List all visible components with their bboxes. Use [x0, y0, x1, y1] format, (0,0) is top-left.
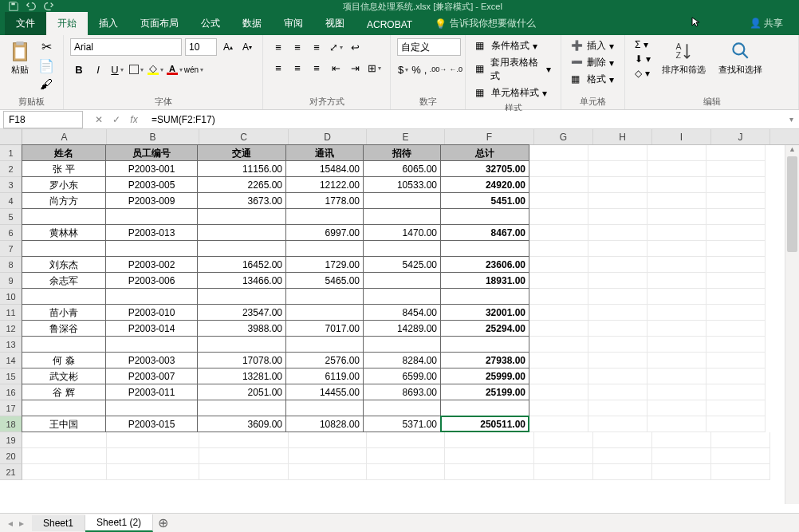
cell[interactable]	[285, 208, 364, 225]
cell[interactable]	[22, 288, 106, 305]
cell[interactable]	[588, 384, 647, 400]
font-name-input[interactable]	[70, 38, 182, 56]
cell[interactable]: P2003-011	[105, 384, 198, 400]
cell[interactable]: 16452.00	[197, 256, 286, 273]
cell[interactable]: 交通	[197, 144, 286, 161]
cell[interactable]: 3609.00	[197, 416, 286, 432]
cell[interactable]: 25999.00	[440, 368, 529, 384]
cell[interactable]	[588, 416, 647, 432]
cell[interactable]	[652, 464, 711, 480]
cell[interactable]	[105, 288, 198, 305]
tab-data[interactable]: 数据	[231, 12, 273, 35]
cell[interactable]: 18931.00	[440, 272, 529, 289]
increase-decimal-button[interactable]: .00→	[429, 61, 447, 78]
cell[interactable]: 鲁深谷	[22, 320, 106, 337]
vertical-scrollbar[interactable]: ▲	[785, 145, 799, 504]
format-table-button[interactable]: ▦套用表格格式 ▾	[472, 55, 554, 84]
cell[interactable]	[711, 448, 770, 464]
orientation-button[interactable]: ⤢	[327, 38, 344, 56]
tab-layout[interactable]: 页面布局	[129, 12, 190, 35]
cell[interactable]: 8693.00	[363, 384, 441, 400]
indent-increase-button[interactable]: ⇥	[346, 59, 364, 77]
cell[interactable]	[588, 353, 647, 368]
fbar-fx-button[interactable]: fx	[126, 112, 142, 128]
cell[interactable]	[707, 225, 766, 241]
cell[interactable]: 1778.00	[285, 192, 364, 209]
cell[interactable]	[647, 145, 707, 161]
cell[interactable]	[647, 273, 707, 289]
cell[interactable]	[588, 289, 647, 305]
cell[interactable]: 1470.00	[363, 224, 441, 241]
indent-decrease-button[interactable]: ⇤	[327, 59, 344, 77]
cell[interactable]	[534, 464, 593, 480]
cell[interactable]	[707, 177, 766, 193]
col-header-D[interactable]: D	[289, 129, 367, 144]
increase-font-button[interactable]: A▴	[220, 39, 236, 55]
decrease-font-button[interactable]: A▾	[239, 39, 255, 55]
cell[interactable]	[529, 416, 588, 432]
cell[interactable]: 员工编号	[105, 144, 198, 161]
insert-cells-button[interactable]: ➕插入 ▾	[568, 38, 618, 53]
cell[interactable]: 3673.00	[197, 192, 286, 209]
cell[interactable]	[593, 448, 652, 464]
number-format-select[interactable]	[397, 38, 461, 56]
sheet-tab-1[interactable]: Sheet1	[32, 515, 85, 531]
cell[interactable]	[285, 336, 364, 353]
cell[interactable]	[105, 400, 198, 416]
sheet-nav-first[interactable]: ◂	[8, 518, 13, 529]
cell[interactable]: 2576.00	[285, 352, 364, 368]
cell[interactable]	[652, 432, 711, 448]
cell[interactable]	[529, 145, 588, 161]
cell[interactable]	[529, 368, 588, 384]
cell[interactable]	[647, 193, 707, 209]
border-button[interactable]	[128, 61, 145, 78]
cell[interactable]	[197, 336, 286, 353]
cell[interactable]: 张 平	[22, 160, 106, 177]
cell[interactable]	[707, 145, 766, 161]
cell[interactable]: 5371.00	[363, 416, 441, 432]
comma-button[interactable]: ,	[423, 61, 428, 78]
cell[interactable]: 5425.00	[363, 256, 441, 273]
select-all-corner[interactable]	[0, 129, 22, 145]
currency-button[interactable]: $	[397, 61, 409, 78]
cell[interactable]	[534, 432, 593, 448]
cell[interactable]	[440, 240, 529, 257]
cell[interactable]: 姓名	[22, 144, 106, 161]
cell[interactable]	[440, 336, 529, 353]
cell[interactable]	[707, 353, 766, 368]
fill-color-button[interactable]: ◇	[147, 61, 164, 78]
percent-button[interactable]: %	[411, 61, 422, 78]
cell[interactable]	[588, 400, 647, 416]
row-header[interactable]: 9	[0, 273, 22, 289]
cell[interactable]	[529, 161, 588, 177]
cell[interactable]: P2003-009	[105, 192, 198, 209]
cell[interactable]: P2003-014	[105, 320, 198, 337]
sort-filter-button[interactable]: AZ 排序和筛选	[657, 38, 710, 77]
merge-button[interactable]: ⊞	[365, 59, 383, 77]
cell[interactable]: 1729.00	[285, 256, 364, 273]
cell[interactable]	[711, 464, 770, 480]
format-painter-button[interactable]: 🖌	[38, 77, 54, 93]
cell[interactable]: 10828.00	[285, 416, 364, 432]
cell[interactable]	[707, 416, 766, 432]
cell[interactable]	[588, 225, 647, 241]
autosum-button[interactable]: Σ ▾	[632, 38, 654, 51]
cell[interactable]: 12122.00	[285, 176, 364, 193]
cell[interactable]: 6599.00	[363, 368, 441, 384]
cell[interactable]: 苗小青	[22, 304, 106, 321]
cell[interactable]	[588, 177, 647, 193]
cell[interactable]	[647, 337, 707, 353]
cell[interactable]	[707, 241, 766, 257]
cell[interactable]	[105, 240, 198, 257]
qat-undo-icon[interactable]	[26, 1, 37, 12]
fbar-expand-button[interactable]: ▾	[783, 115, 799, 124]
cell[interactable]: P2003-010	[105, 304, 198, 321]
cell[interactable]: P2003-002	[105, 256, 198, 273]
cell[interactable]	[647, 384, 707, 400]
cell[interactable]: 23547.00	[197, 304, 286, 321]
fill-button[interactable]: ⬇ ▾	[632, 53, 654, 65]
cell[interactable]	[285, 288, 364, 305]
cell[interactable]	[440, 208, 529, 225]
row-header[interactable]: 5	[0, 209, 22, 225]
cell[interactable]	[707, 209, 766, 225]
